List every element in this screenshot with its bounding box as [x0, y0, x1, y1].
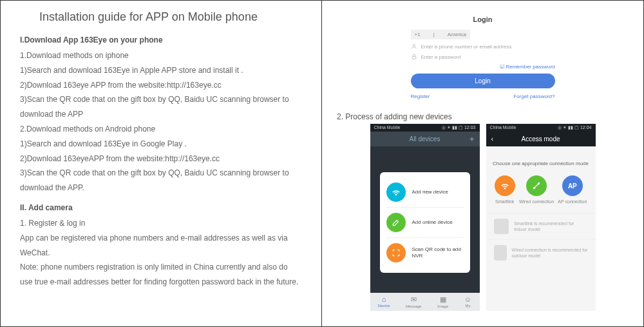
outdoor-camera-row: Wired connection is recommended for outd… — [486, 239, 596, 266]
nav-label: My — [465, 304, 470, 308]
outdoor-camera-image — [494, 245, 507, 261]
section-2-heading: II. Add camera — [20, 203, 302, 212]
country-code: +1 — [415, 32, 421, 37]
message-icon: ✉ — [411, 295, 417, 304]
check-icon: ☑ — [500, 64, 504, 70]
ap-option[interactable]: AP AP connection — [558, 175, 587, 204]
nav-image[interactable]: ▦ Image — [437, 295, 448, 308]
svg-rect-1 — [412, 57, 416, 59]
edit-icon — [386, 213, 406, 232]
text-line: 1)Search and download 163Eye in Google P… — [20, 137, 302, 152]
login-title: Login — [411, 15, 555, 23]
text-line: App can be registered via phone numbers … — [20, 231, 302, 261]
text-line: 2)Download 163eyeAPP from the website:ht… — [20, 152, 302, 166]
right-column: Login +1 | America Enter a phone number … — [322, 0, 644, 327]
camera-desc: Wired connection is recommended for outd… — [512, 247, 588, 259]
phone-access-mode: China Mobile ◎ ✶ ▮▮ ▢ 12:04 ‹ Access mod… — [486, 124, 596, 311]
status-icons: ◎ ✶ ▮▮ ▢ 12:04 — [558, 125, 591, 130]
access-options: Smartlink Wired connection AP AP connect… — [486, 175, 596, 204]
back-icon[interactable]: ‹ — [491, 135, 494, 143]
svg-point-2 — [395, 194, 396, 195]
password-input[interactable]: Enter a password — [421, 54, 461, 60]
country-selector[interactable]: +1 | America — [411, 30, 471, 39]
row-label: Scan QR code to add NVR — [412, 246, 464, 259]
nav-label: Message — [406, 304, 421, 308]
process-label: 2. Process of adding new devices — [337, 112, 634, 121]
row-label: Add new device — [412, 189, 448, 195]
nav-message[interactable]: ✉ Message — [406, 295, 421, 308]
ap-icon: AP — [562, 175, 583, 196]
remember-label: Remember password — [506, 64, 554, 70]
lock-icon — [411, 54, 417, 60]
smartlink-option[interactable]: Smartlink — [495, 175, 515, 204]
login-card: Login +1 | America Enter a phone number … — [399, 10, 567, 106]
top-nav: ‹ Access mode — [486, 132, 596, 146]
nav-label: Image — [437, 304, 448, 308]
password-row: Enter a password — [411, 54, 555, 60]
banner-bar — [370, 146, 480, 154]
phone-input[interactable]: Enter a phone number or email address — [421, 44, 512, 50]
svg-point-0 — [413, 45, 415, 46]
option-label: Wired connection — [519, 199, 554, 204]
remember-checkbox[interactable]: ☑ Remember password — [411, 64, 555, 70]
camera-desc: Smartlink is recommended for indoor mode… — [514, 221, 587, 232]
nav-my[interactable]: ☺ My — [464, 295, 471, 308]
doc-title: Installation guide for APP on Mobile pho… — [39, 10, 302, 24]
divider: | — [433, 32, 435, 37]
country-row: +1 | America — [411, 30, 555, 39]
nav-device[interactable]: ⌂ Device — [378, 295, 390, 308]
text-line: 1. Register & log in — [20, 216, 302, 231]
svg-point-3 — [504, 188, 505, 188]
status-bar: China Mobile ◎ ✶ ▮▮ ▢ 12:04 — [486, 124, 596, 132]
option-label: Smartlink — [495, 199, 514, 204]
user-icon — [411, 43, 417, 50]
scan-qr-row[interactable]: Scan QR code to add NVR — [386, 238, 464, 268]
option-label: AP connection — [558, 199, 587, 204]
register-link[interactable]: Register — [411, 94, 430, 99]
forget-link[interactable]: Forget password? — [513, 94, 554, 99]
country-name: America — [448, 32, 466, 37]
text-line: 1)Search and download 163Eye in Apple AP… — [20, 63, 302, 78]
nav-title: Access mode — [521, 135, 560, 143]
text-line: 1.Download methods on iphone — [20, 48, 302, 63]
text-line: 3)Scan the QR code that on the gift box … — [20, 166, 302, 195]
nav-label: Device — [378, 304, 390, 308]
phone-screens: China Mobile ◎ ✶ ▮▮ ▢ 12:03 All devices … — [332, 124, 634, 311]
carrier-label: China Mobile — [374, 125, 401, 130]
add-icon[interactable]: + — [469, 134, 475, 144]
login-footer: Register Forget password? — [411, 94, 555, 99]
add-device-modal: Add new device Add online device Scan QR… — [380, 172, 470, 273]
cable-icon — [526, 175, 547, 196]
access-prompt: Choose one appropriate connection mode — [486, 161, 596, 166]
login-button[interactable]: Login — [411, 74, 555, 88]
wired-option[interactable]: Wired connection — [519, 175, 554, 204]
indoor-camera-image — [494, 219, 509, 234]
qr-icon — [386, 243, 406, 263]
add-online-device-row[interactable]: Add online device — [386, 208, 464, 238]
row-label: Add online device — [412, 219, 453, 226]
phone-row: Enter a phone number or email address — [411, 43, 555, 50]
wifi-icon — [495, 175, 515, 196]
status-bar: China Mobile ◎ ✶ ▮▮ ▢ 12:03 — [370, 124, 480, 132]
status-icons: ◎ ✶ ▮▮ ▢ 12:03 — [442, 125, 475, 130]
text-line: 2)Download 163eye APP from the website:h… — [20, 78, 302, 93]
add-new-device-row[interactable]: Add new device — [386, 177, 464, 208]
text-line: 3)Scan the QR code that on the gift box … — [20, 92, 302, 122]
carrier-label: China Mobile — [490, 125, 516, 130]
user-icon: ☺ — [464, 295, 471, 303]
section-1-heading: I.Download App 163Eye on your phone — [20, 35, 302, 45]
phone-all-devices: China Mobile ◎ ✶ ▮▮ ▢ 12:03 All devices … — [370, 124, 480, 311]
indoor-camera-row: Smartlink is recommended for indoor mode… — [486, 213, 596, 239]
text-line: 2.Download methods on Android phone — [20, 122, 302, 137]
image-icon: ▦ — [440, 295, 446, 304]
nav-title: All devices — [410, 135, 440, 143]
bottom-nav: ⌂ Device ✉ Message ▦ Image ☺ My — [370, 293, 480, 311]
text-line: Note: phone numbers registration is only… — [20, 260, 302, 290]
device-icon: ⌂ — [382, 295, 386, 303]
wifi-icon — [386, 183, 406, 202]
top-nav: All devices + — [370, 132, 480, 146]
left-column: Installation guide for APP on Mobile pho… — [0, 0, 322, 327]
